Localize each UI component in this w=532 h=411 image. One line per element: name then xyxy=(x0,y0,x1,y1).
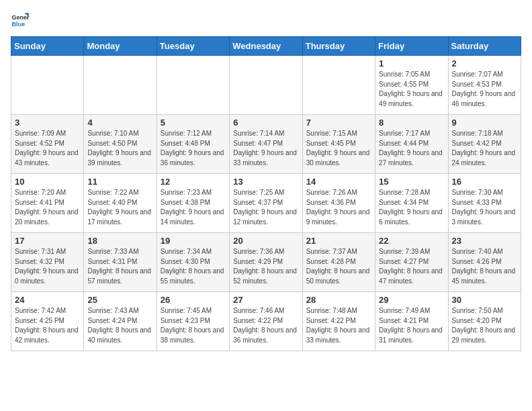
day-cell: 23Sunrise: 7:40 AMSunset: 4:26 PMDayligh… xyxy=(448,233,521,292)
day-detail: Sunrise: 7:40 AMSunset: 4:26 PMDaylight:… xyxy=(452,247,517,286)
day-number: 5 xyxy=(161,118,226,128)
calendar-header: SundayMondayTuesdayWednesdayThursdayFrid… xyxy=(11,37,521,56)
day-cell: 16Sunrise: 7:30 AMSunset: 4:33 PMDayligh… xyxy=(448,174,521,233)
day-number: 8 xyxy=(379,118,444,128)
day-detail: Sunrise: 7:42 AMSunset: 4:25 PMDaylight:… xyxy=(15,306,80,345)
day-number: 4 xyxy=(87,118,152,128)
day-number: 20 xyxy=(233,236,298,246)
svg-text:Blue: Blue xyxy=(11,21,25,28)
day-cell: 20Sunrise: 7:36 AMSunset: 4:29 PMDayligh… xyxy=(230,233,302,292)
day-detail: Sunrise: 7:34 AMSunset: 4:30 PMDaylight:… xyxy=(161,247,226,286)
day-cell: 13Sunrise: 7:25 AMSunset: 4:37 PMDayligh… xyxy=(230,174,302,233)
day-detail: Sunrise: 7:33 AMSunset: 4:31 PMDaylight:… xyxy=(87,247,152,286)
day-number: 24 xyxy=(15,295,80,305)
day-cell xyxy=(230,56,302,115)
day-detail: Sunrise: 7:10 AMSunset: 4:50 PMDaylight:… xyxy=(87,129,152,168)
day-detail: Sunrise: 7:20 AMSunset: 4:41 PMDaylight:… xyxy=(15,188,80,227)
day-cell: 17Sunrise: 7:31 AMSunset: 4:32 PMDayligh… xyxy=(11,233,84,292)
calendar-table: SundayMondayTuesdayWednesdayThursdayFrid… xyxy=(11,36,521,351)
day-cell: 22Sunrise: 7:39 AMSunset: 4:27 PMDayligh… xyxy=(375,233,448,292)
col-header-friday: Friday xyxy=(375,37,448,56)
day-detail: Sunrise: 7:36 AMSunset: 4:29 PMDaylight:… xyxy=(233,247,298,286)
day-cell: 1Sunrise: 7:05 AMSunset: 4:55 PMDaylight… xyxy=(375,56,448,115)
day-number: 2 xyxy=(452,58,517,68)
day-number: 7 xyxy=(306,118,371,128)
day-cell: 26Sunrise: 7:45 AMSunset: 4:23 PMDayligh… xyxy=(157,292,229,351)
day-number: 26 xyxy=(161,295,226,305)
day-number: 15 xyxy=(379,177,444,187)
day-cell: 9Sunrise: 7:18 AMSunset: 4:42 PMDaylight… xyxy=(448,115,521,174)
day-detail: Sunrise: 7:22 AMSunset: 4:40 PMDaylight:… xyxy=(87,188,152,227)
col-header-sunday: Sunday xyxy=(11,37,84,56)
day-cell: 18Sunrise: 7:33 AMSunset: 4:31 PMDayligh… xyxy=(84,233,157,292)
day-cell: 19Sunrise: 7:34 AMSunset: 4:30 PMDayligh… xyxy=(157,233,229,292)
week-row-2: 3Sunrise: 7:09 AMSunset: 4:52 PMDaylight… xyxy=(11,115,521,174)
day-cell: 28Sunrise: 7:48 AMSunset: 4:22 PMDayligh… xyxy=(302,292,375,351)
week-row-3: 10Sunrise: 7:20 AMSunset: 4:41 PMDayligh… xyxy=(11,174,521,233)
day-number: 10 xyxy=(15,177,80,187)
day-number: 21 xyxy=(306,236,371,246)
day-number: 13 xyxy=(233,177,298,187)
day-detail: Sunrise: 7:37 AMSunset: 4:28 PMDaylight:… xyxy=(306,247,371,286)
day-detail: Sunrise: 7:39 AMSunset: 4:27 PMDaylight:… xyxy=(379,247,444,286)
day-detail: Sunrise: 7:25 AMSunset: 4:37 PMDaylight:… xyxy=(233,188,298,227)
day-cell: 12Sunrise: 7:23 AMSunset: 4:38 PMDayligh… xyxy=(157,174,229,233)
day-cell: 14Sunrise: 7:26 AMSunset: 4:36 PMDayligh… xyxy=(302,174,375,233)
day-number: 30 xyxy=(452,295,517,305)
day-number: 18 xyxy=(87,236,152,246)
day-number: 23 xyxy=(452,236,517,246)
day-number: 6 xyxy=(233,118,298,128)
day-cell: 11Sunrise: 7:22 AMSunset: 4:40 PMDayligh… xyxy=(84,174,157,233)
day-cell: 5Sunrise: 7:12 AMSunset: 4:48 PMDaylight… xyxy=(157,115,229,174)
day-number: 3 xyxy=(15,118,80,128)
day-cell xyxy=(157,56,229,115)
day-detail: Sunrise: 7:45 AMSunset: 4:23 PMDaylight:… xyxy=(161,306,226,345)
day-detail: Sunrise: 7:48 AMSunset: 4:22 PMDaylight:… xyxy=(306,306,371,345)
day-cell: 7Sunrise: 7:15 AMSunset: 4:45 PMDaylight… xyxy=(302,115,375,174)
day-detail: Sunrise: 7:12 AMSunset: 4:48 PMDaylight:… xyxy=(161,129,226,168)
day-detail: Sunrise: 7:07 AMSunset: 4:53 PMDaylight:… xyxy=(452,70,517,109)
day-number: 9 xyxy=(452,118,517,128)
day-cell: 24Sunrise: 7:42 AMSunset: 4:25 PMDayligh… xyxy=(11,292,84,351)
day-cell: 2Sunrise: 7:07 AMSunset: 4:53 PMDaylight… xyxy=(448,56,521,115)
logo: General Blue xyxy=(11,11,30,30)
day-cell xyxy=(11,56,84,115)
col-header-wednesday: Wednesday xyxy=(230,37,302,56)
day-detail: Sunrise: 7:50 AMSunset: 4:20 PMDaylight:… xyxy=(452,306,517,345)
day-cell: 8Sunrise: 7:17 AMSunset: 4:44 PMDaylight… xyxy=(375,115,448,174)
day-cell: 25Sunrise: 7:43 AMSunset: 4:24 PMDayligh… xyxy=(84,292,157,351)
week-row-4: 17Sunrise: 7:31 AMSunset: 4:32 PMDayligh… xyxy=(11,233,521,292)
day-cell: 6Sunrise: 7:14 AMSunset: 4:47 PMDaylight… xyxy=(230,115,302,174)
day-detail: Sunrise: 7:30 AMSunset: 4:33 PMDaylight:… xyxy=(452,188,517,227)
day-detail: Sunrise: 7:14 AMSunset: 4:47 PMDaylight:… xyxy=(233,129,298,168)
day-cell: 10Sunrise: 7:20 AMSunset: 4:41 PMDayligh… xyxy=(11,174,84,233)
day-number: 22 xyxy=(379,236,444,246)
week-row-1: 1Sunrise: 7:05 AMSunset: 4:55 PMDaylight… xyxy=(11,56,521,115)
day-cell: 21Sunrise: 7:37 AMSunset: 4:28 PMDayligh… xyxy=(302,233,375,292)
day-detail: Sunrise: 7:31 AMSunset: 4:32 PMDaylight:… xyxy=(15,247,80,286)
day-number: 11 xyxy=(87,177,152,187)
day-detail: Sunrise: 7:46 AMSunset: 4:22 PMDaylight:… xyxy=(233,306,298,345)
day-cell xyxy=(84,56,157,115)
day-cell: 4Sunrise: 7:10 AMSunset: 4:50 PMDaylight… xyxy=(84,115,157,174)
day-detail: Sunrise: 7:09 AMSunset: 4:52 PMDaylight:… xyxy=(15,129,80,168)
day-number: 28 xyxy=(306,295,371,305)
day-number: 25 xyxy=(87,295,152,305)
logo-icon: General Blue xyxy=(11,11,30,30)
day-number: 12 xyxy=(161,177,226,187)
page-header: General Blue xyxy=(11,11,521,30)
day-cell: 15Sunrise: 7:28 AMSunset: 4:34 PMDayligh… xyxy=(375,174,448,233)
day-detail: Sunrise: 7:18 AMSunset: 4:42 PMDaylight:… xyxy=(452,129,517,168)
day-detail: Sunrise: 7:49 AMSunset: 4:21 PMDaylight:… xyxy=(379,306,444,345)
col-header-thursday: Thursday xyxy=(302,37,375,56)
week-row-5: 24Sunrise: 7:42 AMSunset: 4:25 PMDayligh… xyxy=(11,292,521,351)
day-detail: Sunrise: 7:43 AMSunset: 4:24 PMDaylight:… xyxy=(87,306,152,345)
day-detail: Sunrise: 7:17 AMSunset: 4:44 PMDaylight:… xyxy=(379,129,444,168)
day-cell xyxy=(302,56,375,115)
day-cell: 29Sunrise: 7:49 AMSunset: 4:21 PMDayligh… xyxy=(375,292,448,351)
col-header-tuesday: Tuesday xyxy=(157,37,229,56)
day-detail: Sunrise: 7:05 AMSunset: 4:55 PMDaylight:… xyxy=(379,70,444,109)
day-detail: Sunrise: 7:23 AMSunset: 4:38 PMDaylight:… xyxy=(161,188,226,227)
day-number: 29 xyxy=(379,295,444,305)
day-number: 17 xyxy=(15,236,80,246)
